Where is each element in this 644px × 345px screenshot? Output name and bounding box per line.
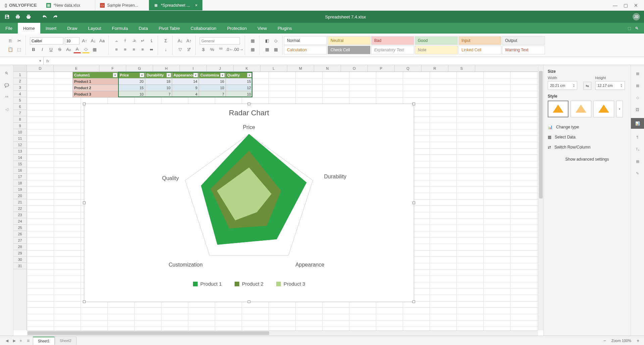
style-thumb[interactable]: [593, 101, 614, 117]
horizontal-scrollbar[interactable]: [27, 330, 538, 336]
table-cell[interactable]: 10: [199, 85, 226, 91]
table-header[interactable]: Appearance: [172, 72, 199, 78]
justify-icon[interactable]: ≡: [139, 46, 146, 53]
row-header[interactable]: 19: [13, 186, 27, 193]
row-header[interactable]: 22: [13, 206, 27, 212]
conditional-format-icon[interactable]: ◧: [263, 37, 271, 45]
add-sheet-button[interactable]: +: [18, 338, 25, 343]
table-cell[interactable]: 4: [172, 91, 199, 98]
open-location-icon[interactable]: ⬚: [628, 26, 631, 31]
row-header[interactable]: 31: [13, 263, 27, 269]
resize-handle[interactable]: [412, 202, 415, 204]
decrease-decimal-icon[interactable]: .0←: [226, 46, 233, 53]
undo-icon[interactable]: [42, 14, 48, 20]
sheet-nav-next[interactable]: ►: [11, 338, 17, 343]
cell-style-note[interactable]: Note: [415, 46, 458, 54]
image-settings-icon[interactable]: 🖼: [634, 106, 641, 113]
percent-icon[interactable]: %: [208, 46, 216, 53]
table-cell[interactable]: 12: [226, 85, 253, 91]
borders-button[interactable]: ▦: [91, 46, 98, 53]
lock-aspect-icon[interactable]: ⇋: [583, 82, 591, 90]
font-name-select[interactable]: [30, 37, 63, 45]
zoom-in-button[interactable]: +: [635, 338, 641, 343]
table-header[interactable]: Durability: [145, 72, 172, 78]
menu-insert[interactable]: Insert: [40, 23, 62, 34]
clear-filter-icon[interactable]: ▽̸: [185, 46, 193, 53]
cell-style-neutral[interactable]: Neutral: [328, 36, 370, 45]
quick-print-icon[interactable]: [26, 14, 32, 20]
user-avatar[interactable]: JD: [633, 13, 640, 20]
comments-icon[interactable]: 💬: [3, 82, 10, 89]
row-header[interactable]: 7: [13, 110, 27, 116]
resize-handle[interactable]: [83, 103, 86, 105]
increase-font-icon[interactable]: A↑: [81, 37, 88, 45]
row-header[interactable]: 13: [13, 148, 27, 155]
currency-icon[interactable]: $: [200, 46, 207, 53]
cell-style-explanatory-text[interactable]: Explanatory Text: [371, 46, 414, 54]
table-header[interactable]: Quality: [226, 72, 253, 78]
chart-legend[interactable]: Product 1Product 2Product 3: [84, 278, 414, 289]
cell-style-linked-cell[interactable]: Linked Cell: [458, 46, 501, 54]
column-header[interactable]: I: [180, 65, 207, 71]
doc-tab[interactable]: ▦ *New data.xlsx: [42, 0, 95, 10]
app-logo[interactable]: ▯ ONLYOFFICE: [0, 3, 42, 8]
align-middle-icon[interactable]: ⫯: [121, 37, 129, 45]
table-cell[interactable]: 16: [199, 78, 226, 85]
zoom-label[interactable]: Zoom 100%: [611, 339, 631, 343]
menu-formula[interactable]: Formula: [107, 23, 134, 34]
menu-plugins[interactable]: Plugins: [272, 23, 297, 34]
row-header[interactable]: 24: [13, 218, 27, 225]
table-cell[interactable]: 20: [118, 78, 145, 85]
row-header[interactable]: 29: [13, 250, 27, 256]
wrap-text-icon[interactable]: ↵: [139, 37, 146, 45]
menu-collaboration[interactable]: Collaboration: [185, 23, 222, 34]
resize-handle[interactable]: [248, 103, 250, 105]
spellcheck-icon[interactable]: ᴬᴮ: [3, 94, 10, 101]
feedback-icon[interactable]: ◁: [3, 106, 10, 113]
fill-color-button[interactable]: ◇: [82, 46, 90, 53]
select-data-button[interactable]: ▦ Select Data: [548, 132, 627, 142]
search-icon[interactable]: 🔍︎: [635, 26, 639, 31]
column-header[interactable]: Q: [395, 65, 422, 71]
row-header[interactable]: 16: [13, 167, 27, 174]
row-header[interactable]: 2: [13, 78, 27, 84]
chart-object[interactable]: Radar Chart PriceDurabilityAppearanceCus…: [84, 104, 414, 302]
fx-icon[interactable]: fx: [44, 59, 52, 63]
column-header[interactable]: D: [27, 65, 54, 71]
copy-icon[interactable]: ⎘: [7, 37, 14, 45]
font-color-button[interactable]: A: [73, 46, 81, 53]
legend-item[interactable]: Product 2: [235, 281, 263, 287]
table-header[interactable]: Column1: [73, 72, 118, 78]
table-cell[interactable]: 7: [199, 91, 226, 98]
cell-styles-gallery[interactable]: NormalNeutralBadGoodInputOutputCalculati…: [284, 36, 545, 54]
align-right-icon[interactable]: ≡: [130, 46, 138, 53]
row-header[interactable]: 15: [13, 161, 27, 167]
shape-settings-icon[interactable]: ◇: [634, 94, 641, 101]
merge-icon[interactable]: ⬌: [148, 46, 155, 53]
menu-home[interactable]: Home: [18, 23, 40, 34]
row-header[interactable]: 9: [13, 123, 27, 129]
strikethrough-button[interactable]: S: [56, 46, 63, 53]
insert-cells-icon[interactable]: ▦: [249, 37, 256, 45]
subscript-button[interactable]: A₂: [65, 46, 72, 53]
style-thumb[interactable]: [571, 101, 591, 117]
table-cell[interactable]: 15: [118, 85, 145, 91]
row-header[interactable]: 26: [13, 231, 27, 237]
table-cell[interactable]: 14: [172, 78, 199, 85]
column-header[interactable]: M: [287, 65, 314, 71]
cut-icon[interactable]: ✂: [15, 37, 23, 45]
table-row-header[interactable]: Product 2: [73, 85, 118, 91]
increase-decimal-icon[interactable]: .00→: [235, 46, 242, 53]
font-size-select[interactable]: [65, 37, 80, 45]
print-icon[interactable]: [15, 14, 21, 20]
close-window-icon[interactable]: ✕: [634, 3, 638, 8]
change-type-button[interactable]: 📊 Change type: [548, 122, 627, 132]
sort-desc-icon[interactable]: A↑: [185, 37, 193, 45]
change-case-icon[interactable]: Aa: [98, 37, 106, 45]
menu-layout[interactable]: Layout: [83, 23, 107, 34]
find-icon[interactable]: 🔍︎: [3, 70, 10, 76]
column-header[interactable]: G: [126, 65, 153, 71]
row-header[interactable]: 12: [13, 142, 27, 148]
number-format-select[interactable]: [200, 37, 240, 45]
table-cell[interactable]: 9: [172, 85, 199, 91]
